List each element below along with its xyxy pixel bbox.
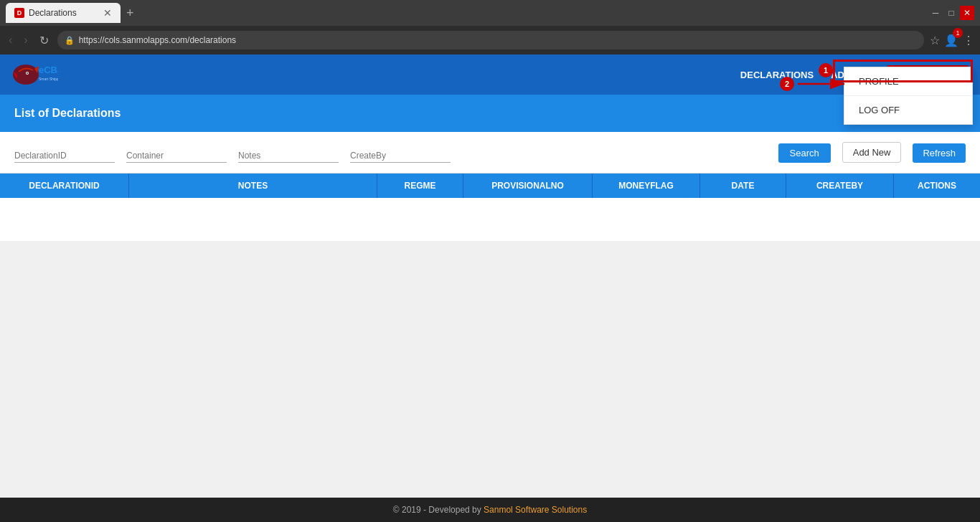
forward-button[interactable]: › [21, 31, 30, 49]
svg-text:Smart Shipping Software: Smart Shipping Software [39, 77, 58, 81]
list-title: List of Declarations [14, 107, 121, 120]
container-input[interactable] [126, 149, 227, 163]
close-button[interactable]: ✕ [960, 6, 974, 20]
th-moneyflag: MONEYFLAG [593, 174, 700, 198]
th-actions: ACTIONS [894, 174, 980, 198]
filter-bar: Search Add New Refresh [0, 132, 980, 174]
url-text: https://cols.sanmolapps.com/declarations [79, 35, 236, 45]
bookmark-icon[interactable]: ☆ [930, 34, 940, 47]
minimize-button[interactable]: ─ [928, 6, 943, 20]
add-new-button[interactable]: Add New [842, 142, 902, 163]
annotation-arrow-2: 2 [780, 73, 852, 95]
table-body [0, 198, 980, 241]
browser-extras: ☆ 👤 1 ⋮ [930, 34, 974, 47]
notification-badge: 1 [953, 28, 963, 38]
logoff-menu-item[interactable]: LOG OFF [844, 96, 972, 124]
annotation-number-2: 2 [780, 77, 794, 91]
browser-tab[interactable]: D Declarations ✕ [6, 3, 121, 23]
annotation-number-1: 1 [819, 63, 833, 77]
tab-favicon: D [14, 8, 24, 18]
back-button[interactable]: ‹ [6, 31, 15, 49]
declaration-id-field [14, 149, 115, 163]
createby-input[interactable] [350, 149, 451, 163]
notes-field [238, 149, 339, 163]
tab-close-btn[interactable]: ✕ [103, 7, 112, 19]
notes-input[interactable] [238, 149, 339, 163]
table-header: DECLARATIONID NOTES REGME PROVISIONALNO … [0, 174, 980, 198]
th-declarationid: DECLARATIONID [0, 174, 129, 198]
th-createby: CREATEBY [786, 174, 894, 198]
profile-icon[interactable]: 👤 1 [944, 34, 958, 47]
search-button[interactable]: Search [778, 143, 831, 163]
tab-title: Declarations [29, 8, 77, 18]
logo-svg: eCBaR Smart Shipping Software [11, 59, 58, 90]
maximize-button[interactable]: □ [944, 6, 958, 20]
profile-menu-item[interactable]: PROFILE [844, 67, 972, 96]
address-bar[interactable]: 🔒 https://cols.sanmolapps.com/declaratio… [57, 31, 924, 49]
svg-text:eCBaR: eCBaR [39, 65, 58, 75]
refresh-button[interactable]: Refresh [913, 143, 966, 163]
declaration-id-input[interactable] [14, 149, 115, 163]
reload-button[interactable]: ↻ [37, 31, 52, 50]
new-tab-button[interactable]: + [126, 6, 134, 21]
th-regme: REGME [377, 174, 463, 198]
createby-field [350, 149, 451, 163]
th-notes: NOTES [129, 174, 377, 198]
svg-point-6 [27, 72, 28, 74]
window-controls: ─ □ ✕ [928, 6, 974, 20]
list-header: List of Declarations [0, 95, 980, 132]
profile-dropdown-menu: 2 PROFILE LOG OFF [844, 67, 973, 125]
lock-icon: 🔒 [65, 36, 75, 45]
app-logo: eCBaR Smart Shipping Software [11, 59, 58, 90]
container-field [126, 149, 227, 163]
menu-icon[interactable]: ⋮ [963, 34, 974, 47]
main-content: List of Declarations Search Add New Refr… [0, 95, 980, 241]
th-provisionalno: PROVISIONALNO [463, 174, 593, 198]
th-date: DATE [700, 174, 786, 198]
